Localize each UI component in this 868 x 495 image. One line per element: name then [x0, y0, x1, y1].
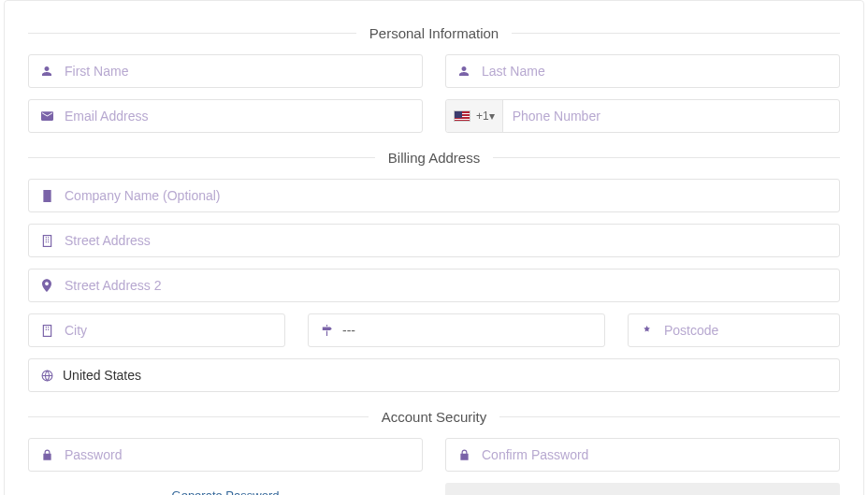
- country-select[interactable]: United States: [28, 358, 840, 392]
- state-select[interactable]: ---: [308, 313, 605, 347]
- globe-icon: [38, 370, 55, 382]
- country-display: United States: [63, 368, 830, 383]
- person-icon: [456, 66, 472, 77]
- street2-field[interactable]: [28, 269, 840, 302]
- dial-code-label: +1▾: [476, 109, 495, 123]
- certificate-icon: [638, 325, 655, 336]
- map-marker-icon: [38, 279, 55, 292]
- section-divider-billing: Billing Address: [28, 150, 840, 166]
- company-input[interactable]: [63, 180, 830, 211]
- city-input[interactable]: [63, 314, 275, 346]
- confirm-password-field[interactable]: [445, 438, 840, 472]
- password-input[interactable]: [63, 439, 412, 471]
- map-signs-icon: [318, 325, 335, 336]
- svg-rect-7: [43, 325, 51, 336]
- street1-input[interactable]: [63, 225, 830, 256]
- city-field[interactable]: [28, 313, 285, 347]
- phone-country-selector[interactable]: +1▾: [446, 100, 503, 132]
- lock-icon: [38, 449, 55, 461]
- street1-field[interactable]: [28, 224, 840, 257]
- section-title-billing: Billing Address: [375, 150, 493, 166]
- street2-input[interactable]: [63, 269, 830, 301]
- first-name-input[interactable]: [63, 55, 412, 87]
- registration-form: Personal Information +1▾: [4, 0, 864, 495]
- person-icon: [38, 66, 55, 77]
- building-outline-icon: [38, 325, 55, 337]
- first-name-field[interactable]: [28, 54, 423, 88]
- email-input[interactable]: [63, 100, 412, 132]
- postcode-field[interactable]: [628, 313, 840, 347]
- state-display: ---: [342, 323, 355, 338]
- confirm-password-input[interactable]: [480, 439, 830, 471]
- password-strength-meter: [445, 483, 840, 495]
- postcode-input[interactable]: [662, 314, 830, 346]
- generate-password-link[interactable]: Generate Password: [172, 483, 280, 495]
- email-field[interactable]: [28, 99, 423, 133]
- company-field[interactable]: [28, 179, 840, 212]
- svg-rect-0: [43, 235, 51, 246]
- section-divider-personal: Personal Information: [28, 25, 840, 41]
- building-outline-icon: [38, 235, 55, 247]
- last-name-input[interactable]: [480, 55, 830, 87]
- password-field[interactable]: [28, 438, 423, 472]
- building-icon: [38, 190, 55, 202]
- phone-input[interactable]: [511, 100, 830, 132]
- envelope-icon: [38, 111, 55, 121]
- lock-icon: [456, 449, 472, 461]
- section-title-personal: Personal Information: [356, 25, 512, 41]
- phone-field[interactable]: +1▾: [445, 99, 840, 133]
- section-title-security: Account Security: [369, 409, 500, 425]
- last-name-field[interactable]: [445, 54, 840, 88]
- section-divider-security: Account Security: [28, 409, 840, 425]
- flag-us-icon: [454, 110, 470, 122]
